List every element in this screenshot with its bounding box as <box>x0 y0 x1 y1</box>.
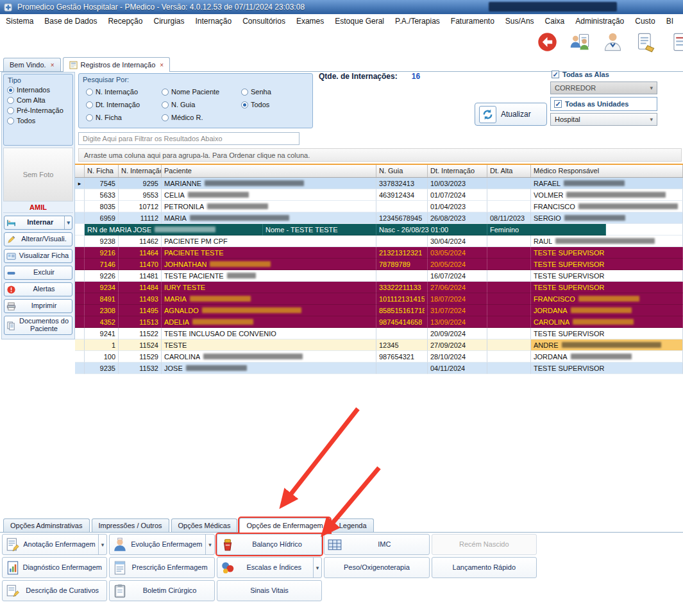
rn-subrow[interactable]: RN de MARIA JOSENome - TESTE TESTENasc -… <box>75 224 683 235</box>
button-descricao-de-curativos[interactable]: Descrição de Curativos <box>2 580 107 601</box>
tab-bem-vindo[interactable]: Bem Vindo.× <box>3 58 61 71</box>
column-header-dt-alta[interactable]: Dt. Alta <box>487 165 531 177</box>
menu-item-caixa[interactable]: Caixa <box>545 17 565 26</box>
radio-dt-internacao[interactable]: Dt. Internação <box>83 99 158 110</box>
table-row[interactable]: 435211513ADELIA9874541465813/09/2024CARO… <box>75 316 683 328</box>
column-header-n-guia[interactable]: N. Guia <box>376 165 428 177</box>
table-row[interactable]: 230811495AGNALDO85851516171831/07/2024JO… <box>75 305 683 316</box>
table-row[interactable]: 923411484IURY TESTE3332221113327/06/2024… <box>75 282 683 293</box>
menu-item-p-a-terapias[interactable]: P.A./Terapias <box>395 17 440 26</box>
button-evolucao-enfermagem[interactable]: Evolução Enfermagem▾ <box>109 534 214 555</box>
button-excluir[interactable]: Excluir <box>4 266 72 280</box>
radio-todos[interactable]: Todos <box>238 99 308 110</box>
reports-edge-icon[interactable] <box>667 31 683 53</box>
menu-item-estoque-geral[interactable]: Estoque Geral <box>335 17 384 26</box>
button-sinais-vitais[interactable]: Sinais Vitais <box>217 580 322 601</box>
table-row[interactable]: 921611464PACIENTE TESTE2132131232103/05/… <box>75 247 683 259</box>
menu-item-administracao[interactable]: Administração <box>575 17 624 26</box>
radio-nome-paciente[interactable]: Nome Paciente <box>158 87 238 97</box>
menu-item-sistema[interactable]: Sistema <box>6 17 33 26</box>
redacted-text <box>566 192 666 198</box>
menu-item-base-de-dados[interactable]: Base de Dados <box>44 17 97 26</box>
tab-opcoes-medicas[interactable]: Opções Médicas <box>171 518 238 532</box>
dropdown-arrow-icon[interactable]: ▾ <box>205 535 212 554</box>
button-diagnostico-enfermagem[interactable]: Diagnóstico Enfermagem <box>2 557 107 578</box>
menu-item-bi[interactable]: BI <box>666 17 673 26</box>
radio-com-alta[interactable]: Com Alta <box>4 95 72 105</box>
dropdown-arrow-icon[interactable]: ▾ <box>98 535 105 554</box>
column-header-dt-internacao[interactable]: Dt. Internação <box>428 165 487 177</box>
patients-group-icon[interactable] <box>569 31 591 53</box>
dropdown-arrow-icon[interactable]: ▾ <box>64 216 70 229</box>
button-prescricao-enfermagem[interactable]: Prescrição Enfermagem <box>109 557 214 578</box>
tab-opcoes-de-enfermagem[interactable]: Opções de Enfermagem <box>239 518 330 533</box>
button-imprimir[interactable]: Imprimir <box>4 299 72 313</box>
cell-dt-internacao: 20/05/2024 <box>428 259 487 270</box>
button-peso-oxigenoterapia[interactable]: Peso/Oxigenoterapia <box>324 557 429 578</box>
cell-text: 30/04/2024 <box>430 237 466 245</box>
medical-records-icon[interactable] <box>634 31 657 53</box>
table-row[interactable]: 695911112MARIA1234567894526/08/202308/11… <box>75 212 683 224</box>
table-row[interactable]: 923811462PACIENTE PM CPF30/04/2024RAUL <box>75 235 683 247</box>
button-alterar-visuali[interactable]: Alterar/Visuali. <box>4 232 72 246</box>
close-icon[interactable]: × <box>160 62 164 69</box>
ala-select[interactable]: CORREDOR ▾ <box>550 81 657 94</box>
menu-item-internacao[interactable]: Internação <box>195 17 232 26</box>
menu-item-consultorios[interactable]: Consultórios <box>242 17 285 26</box>
table-row[interactable]: 923511532JOSE04/11/2024TESTE SUPERVISOR <box>75 363 683 374</box>
column-header-paciente[interactable]: Paciente <box>162 165 376 177</box>
radio-n-internacao[interactable]: N. Internação <box>83 87 158 97</box>
table-row[interactable]: 922611481TESTE PACIENTE16/07/2024TESTE S… <box>75 270 683 282</box>
todas-unidades-checkbox[interactable]: ✓ Todas as Unidades <box>550 97 657 111</box>
todas-alas-checkbox[interactable]: ✓ Todas as Alas <box>552 71 609 78</box>
table-row[interactable]: 111524TESTE1234527/09/2024ANDRE <box>75 339 683 351</box>
button-imc[interactable]: IMC <box>324 534 429 555</box>
menu-item-sus-ans[interactable]: Sus/Ans <box>505 17 534 26</box>
tab-opcoes-adminstrativas[interactable]: Opções Adminstrativas <box>3 518 90 532</box>
doctor-icon[interactable] <box>602 31 624 53</box>
button-lancamento-rapido[interactable]: Lançamento Rápido <box>432 557 537 578</box>
table-row[interactable]: 803510712PETRONILA01/04/2023FRANCISCO <box>75 201 683 212</box>
table-row[interactable]: 56339553CELIA46391243401/07/2024VOLMER <box>75 189 683 201</box>
radio-senha[interactable]: Senha <box>238 87 308 97</box>
button-label: IMC <box>342 541 426 549</box>
table-row[interactable]: 849111493MARIA10111213141518/07/2024FRAN… <box>75 293 683 305</box>
radio-pre-internacao[interactable]: Pré-Internação <box>4 105 72 116</box>
atualizar-button[interactable]: Atualizar <box>475 103 547 126</box>
cell-internacao: 11493 <box>119 293 162 305</box>
cell-ficha: 4352 <box>85 316 119 328</box>
menu-item-exames[interactable]: Exames <box>296 17 324 26</box>
button-internar[interactable]: Internar▾ <box>4 216 72 230</box>
button-balanco-hidrico[interactable]: Balanço Hídrico <box>217 534 322 555</box>
button-visualizar-ficha[interactable]: Visualizar Ficha <box>4 249 72 263</box>
menu-item-faturamento[interactable]: Faturamento <box>451 17 494 26</box>
button-boletim-cirurgico[interactable]: Boletim Cirúrgico <box>109 580 214 601</box>
button-documentos-do-paciente[interactable]: Documentos do Paciente <box>4 316 72 335</box>
tab-registros-de-internacao[interactable]: Registros de Internação× <box>63 57 171 72</box>
radio-internados[interactable]: Internados <box>4 85 72 95</box>
button-anotacao-enfermagem[interactable]: Anotação Enfermagem▾ <box>2 534 107 555</box>
button-alertas[interactable]: Alertas <box>4 282 72 296</box>
radio-medico-r[interactable]: Médico R. <box>158 112 238 123</box>
tab-legenda[interactable]: Legenda <box>332 518 374 532</box>
unidade-select[interactable]: Hospital ▾ <box>550 113 657 126</box>
menu-item-custo[interactable]: Custo <box>635 17 655 26</box>
radio-todos[interactable]: Todos <box>4 116 72 126</box>
button-escalas-e-indices[interactable]: Escalas e Índices▾ <box>217 557 322 578</box>
tab-impressoes-outros[interactable]: Impressões / Outros <box>92 518 169 532</box>
radio-n-ficha[interactable]: N. Ficha <box>83 112 158 123</box>
table-row[interactable]: 924111522TESTE INCLUSAO DE CONVENIO20/09… <box>75 328 683 339</box>
column-header-medico-responsavel[interactable]: Médico Responsável <box>531 165 683 177</box>
column-header-n-ficha[interactable]: N. Ficha <box>85 165 119 177</box>
close-icon[interactable]: × <box>51 62 55 69</box>
menu-item-cirurgias[interactable]: Cirurgias <box>153 17 184 26</box>
dropdown-arrow-icon[interactable]: ▾ <box>313 558 319 578</box>
exit-red-icon[interactable] <box>536 31 559 53</box>
table-row[interactable]: 714611470JOHNATHAN7878978920/05/2024TEST… <box>75 259 683 270</box>
menu-item-recepcao[interactable]: Recepção <box>108 17 142 26</box>
table-row[interactable]: 10011529CAROLINA98765432128/10/2024JORDA… <box>75 351 683 363</box>
column-header-n-internacao[interactable]: N. Internação <box>119 165 162 177</box>
filter-input[interactable] <box>78 132 299 145</box>
radio-n-guia[interactable]: N. Guia <box>158 99 238 110</box>
table-row[interactable]: ▸75459295MARIANNE33783241310/03/2023RAFA… <box>75 178 683 189</box>
